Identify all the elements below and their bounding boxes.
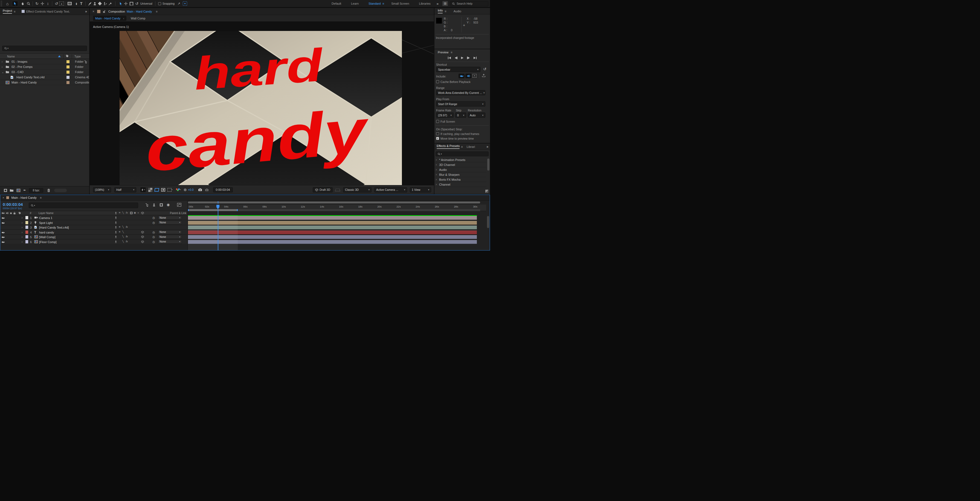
delete-item-icon[interactable] bbox=[45, 188, 52, 192]
timeline-layer-row[interactable]: ›6[Floor Comp]╲fx◎None▾ bbox=[0, 239, 187, 244]
comp-tab-name[interactable]: Main - Hard Candy bbox=[127, 10, 152, 13]
cube-switch-icon[interactable] bbox=[141, 235, 144, 239]
transparency-grid-icon[interactable] bbox=[148, 188, 153, 192]
full-screen-label[interactable]: Full Screen bbox=[441, 120, 455, 123]
parent-dropdown[interactable]: None▾ bbox=[158, 240, 182, 244]
time-navigator-bar[interactable] bbox=[188, 201, 480, 203]
layer-label-chip[interactable] bbox=[25, 235, 28, 238]
gizmo-rotate-tool[interactable]: ↺ bbox=[134, 2, 139, 6]
new-composition-icon[interactable] bbox=[15, 188, 22, 192]
view-dropdown[interactable]: Active Camera ... bbox=[374, 187, 407, 193]
work-area-bar[interactable] bbox=[188, 209, 238, 211]
mask-toggle-icon[interactable] bbox=[161, 188, 165, 191]
parent-dropdown[interactable]: None▾ bbox=[158, 235, 182, 239]
layer-label-chip[interactable] bbox=[25, 240, 28, 243]
tab-info[interactable]: Info bbox=[438, 9, 443, 13]
comp-panel-menu-icon[interactable]: ≡ bbox=[156, 10, 158, 13]
range-dropdown[interactable]: Work Area Extended By Current ... bbox=[436, 90, 485, 95]
clone-stamp-tool[interactable] bbox=[92, 2, 97, 5]
previous-frame-button[interactable] bbox=[454, 56, 458, 59]
layer-twirl-icon[interactable]: › bbox=[22, 216, 22, 219]
layer-eye-icon[interactable] bbox=[2, 241, 5, 244]
tab-project[interactable]: Project bbox=[3, 9, 12, 14]
timeline-tab-close-icon[interactable]: × bbox=[2, 196, 4, 199]
tab-audio[interactable]: Audio bbox=[453, 10, 461, 13]
shy-switch-icon[interactable] bbox=[115, 221, 117, 225]
workspace-tab-standard[interactable]: Standard bbox=[369, 2, 381, 5]
play-from-dropdown[interactable]: Start Of Range bbox=[436, 101, 485, 107]
breadcrumb-back-icon[interactable]: ‹ bbox=[123, 17, 124, 20]
playhead-line[interactable] bbox=[218, 209, 218, 250]
last-frame-button[interactable] bbox=[473, 56, 477, 59]
ground-plane-icon[interactable] bbox=[335, 188, 340, 191]
workspace-tab-default[interactable]: Default bbox=[332, 2, 341, 5]
effects-group-row[interactable]: ›Audio bbox=[434, 167, 487, 172]
snapping-label[interactable]: Snapping bbox=[162, 2, 175, 5]
tab-effect-controls[interactable]: Effect Controls Hard Candy Text.c bbox=[26, 10, 70, 13]
timeline-timecode[interactable]: 0:00:03:04 bbox=[3, 202, 23, 207]
eraser-tool[interactable] bbox=[98, 2, 102, 5]
project-item-row[interactable]: ⌄03 - C4DFolder bbox=[0, 70, 89, 75]
parent-dropdown[interactable]: None▾ bbox=[158, 221, 182, 225]
pan-camera-tool[interactable] bbox=[40, 2, 45, 5]
project-search-input[interactable]: ▾ bbox=[2, 46, 87, 51]
layer-twirl-icon[interactable]: › bbox=[22, 231, 22, 234]
workspace-tab-small-screen[interactable]: Small Screen bbox=[391, 2, 409, 5]
layer-eye-icon[interactable] bbox=[2, 222, 5, 225]
rotation-tool[interactable]: ↺ bbox=[54, 2, 59, 6]
shy-switch-icon[interactable] bbox=[115, 240, 117, 244]
project-item-row[interactable]: ›02 - Pre CompsFolder bbox=[0, 64, 89, 70]
workspace-tab-learn[interactable]: Learn bbox=[351, 2, 359, 5]
effects-group-row[interactable]: ›Boris FX Mocha bbox=[434, 177, 487, 182]
include-audio-icon[interactable] bbox=[465, 73, 471, 78]
layer-label-chip[interactable] bbox=[25, 226, 28, 229]
if-caching-label[interactable]: If caching, play cached frames bbox=[441, 132, 479, 136]
exposure-icon[interactable]: ⊛ bbox=[184, 188, 187, 192]
layer-duration-bar[interactable] bbox=[188, 216, 477, 220]
fx-switch-icon[interactable]: fx bbox=[126, 240, 128, 243]
draft-3d-button[interactable]: Draft 3D bbox=[313, 187, 332, 193]
selection-tool[interactable] bbox=[12, 1, 18, 6]
tab-timeline-comp[interactable]: Main - Hard Candy bbox=[11, 196, 37, 199]
tab-preview[interactable]: Preview bbox=[438, 51, 449, 54]
layer-eye-icon[interactable] bbox=[2, 231, 5, 235]
collapse-switch-icon[interactable]: ☀ bbox=[118, 231, 121, 233]
shy-switch-icon[interactable] bbox=[115, 226, 117, 230]
color-depth-button[interactable]: 8 bpc bbox=[29, 188, 43, 193]
resolution-dropdown[interactable]: Half bbox=[115, 187, 136, 193]
snapshot-icon[interactable] bbox=[198, 188, 202, 191]
project-item-row[interactable]: ›01 - ImagesFolder bbox=[0, 59, 89, 64]
tab-libraries[interactable]: Librari bbox=[467, 145, 475, 148]
roto-brush-tool[interactable] bbox=[103, 2, 108, 5]
new-folder-icon[interactable] bbox=[8, 189, 15, 192]
mask-visibility-icon[interactable] bbox=[154, 188, 159, 191]
project-tab-overflow-icon[interactable]: » bbox=[85, 10, 87, 13]
puppet-pin-tool[interactable] bbox=[108, 2, 113, 5]
include-video-icon[interactable] bbox=[458, 73, 465, 78]
breadcrumb-wall-comp[interactable]: Wall Comp bbox=[131, 17, 145, 20]
twirl-icon[interactable]: › bbox=[2, 60, 5, 63]
layer-twirl-icon[interactable]: › bbox=[22, 235, 22, 238]
layer-duration-bar[interactable] bbox=[188, 240, 477, 244]
layer-twirl-icon[interactable]: › bbox=[22, 226, 22, 229]
cube-switch-icon[interactable] bbox=[141, 240, 144, 244]
fx-switch-icon[interactable]: fx bbox=[126, 226, 128, 228]
effects-tab-overflow-icon[interactable]: » bbox=[487, 145, 488, 148]
label-color-chip[interactable] bbox=[67, 65, 70, 69]
snap-arrow-icon[interactable]: ↗ bbox=[177, 2, 181, 5]
workspace-switcher-icon[interactable]: ⊞ bbox=[442, 1, 448, 6]
shy-switch-icon[interactable] bbox=[115, 235, 117, 239]
region-of-interest-icon[interactable] bbox=[167, 188, 172, 191]
twirl-icon[interactable]: ⌄ bbox=[2, 71, 5, 73]
view-layout-dropdown[interactable]: 1 View bbox=[410, 187, 431, 193]
timeline-layer-row[interactable]: ›2Spot Light◎None▾ bbox=[0, 220, 187, 225]
layer-twirl-icon[interactable]: › bbox=[22, 221, 22, 224]
type-tool[interactable]: T bbox=[79, 2, 84, 6]
twirl-icon[interactable]: › bbox=[436, 168, 439, 171]
timeline-layer-row[interactable]: ›4Thard candy☀╲◎None▾ bbox=[0, 230, 187, 235]
twirl-icon[interactable]: › bbox=[436, 183, 439, 186]
draft-3d-toggle-icon[interactable] bbox=[153, 203, 156, 207]
footer-scroll-pill[interactable] bbox=[54, 188, 67, 192]
layer-duration-bar[interactable] bbox=[188, 231, 477, 235]
renderer-dropdown[interactable]: Classic 3D bbox=[343, 187, 372, 193]
